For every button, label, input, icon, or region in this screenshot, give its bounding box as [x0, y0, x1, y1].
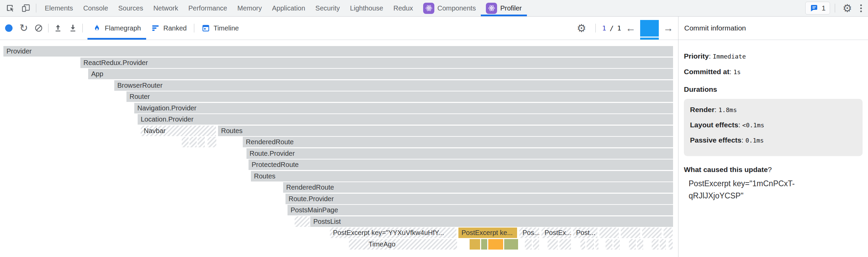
flame-bar-postex[interactable]: PostEx...	[541, 228, 571, 238]
flame-bar[interactable]	[559, 239, 571, 250]
flame-bar-navigation-provider[interactable]: Navigation.Provider	[134, 103, 673, 113]
flame-bar-routes[interactable]: Routes	[218, 126, 673, 136]
flame-bar-post[interactable]: Post...	[573, 228, 597, 238]
flame-bar-timeago[interactable]: TimeAgo	[349, 239, 457, 250]
kebab-menu-icon[interactable]	[857, 2, 865, 15]
flame-bar[interactable]	[621, 228, 640, 238]
tab-profiler[interactable]: Profiler	[481, 0, 527, 16]
flame-bar[interactable]	[587, 239, 594, 250]
clear-profile-icon[interactable]	[31, 21, 46, 36]
tab-network[interactable]: Network	[148, 0, 183, 16]
export-profile-icon[interactable]	[65, 21, 80, 36]
tab-redux[interactable]: Redux	[388, 0, 418, 16]
flame-bar[interactable]	[669, 239, 673, 250]
tab-label: Network	[153, 4, 178, 12]
flame-bar-protectedroute[interactable]: ProtectedRoute	[249, 159, 673, 170]
settings-gear-icon[interactable]: ⚙	[840, 1, 855, 16]
inspect-element-icon[interactable]	[3, 1, 18, 16]
tab-label: Redux	[393, 4, 413, 12]
profiler-settings-gear-icon[interactable]: ⚙	[574, 21, 589, 36]
previous-commit-arrow-icon[interactable]: ←	[626, 23, 636, 33]
commit-info-title: Commit information	[678, 17, 868, 40]
divider	[835, 4, 835, 13]
flame-bar-location-provider[interactable]: Location.Provider	[138, 114, 673, 125]
view-tab-flamegraph[interactable]: Flamegraph	[87, 17, 146, 40]
tab-label: Security	[315, 4, 340, 12]
flamegraph-canvas[interactable]: ProviderReactRedux.ProviderAppBrowserRou…	[0, 40, 678, 257]
flame-bar[interactable]	[525, 239, 532, 250]
committed-at-line: Committed at: 1s	[684, 68, 863, 76]
flame-bar-navbar[interactable]: Navbar	[141, 126, 216, 136]
flame-bar[interactable]	[664, 228, 673, 238]
flame-bar-renderedroute[interactable]: RenderedRoute	[243, 137, 673, 147]
flame-bar-pos[interactable]: Pos...	[519, 228, 539, 238]
flame-bar[interactable]	[470, 239, 480, 250]
tab-security[interactable]: Security	[310, 0, 345, 16]
flame-bar[interactable]	[295, 216, 310, 227]
flame-bar-renderedroute[interactable]: RenderedRoute	[283, 182, 673, 193]
view-tab-label: Flamegraph	[105, 24, 141, 32]
tab-bar-left-controls	[0, 0, 40, 16]
cause-component[interactable]: PostExcerpt key="1mCnPCxT-qRJlJXjoYCSP"	[689, 178, 817, 202]
tab-sources[interactable]: Sources	[113, 0, 148, 16]
flame-bar[interactable]	[208, 137, 216, 147]
view-tab-ranked[interactable]: Ranked	[146, 17, 192, 40]
tab-application[interactable]: Application	[267, 0, 310, 16]
commit-selector-bar[interactable]	[640, 17, 659, 40]
ranked-icon	[151, 24, 160, 33]
react-icon	[423, 3, 434, 14]
flame-bar-app[interactable]: App	[88, 69, 673, 79]
device-toolbar-icon[interactable]	[18, 1, 33, 16]
flame-bar[interactable]	[660, 239, 666, 250]
flame-bar[interactable]	[652, 239, 658, 250]
tab-label: Application	[272, 4, 305, 12]
flame-bar-route-provider[interactable]: Route.Provider	[246, 148, 673, 159]
flame-bar[interactable]	[504, 239, 518, 250]
flame-bar-routes[interactable]: Routes	[251, 171, 673, 181]
flame-bar[interactable]	[481, 239, 487, 250]
flame-bar-route-provider[interactable]: Route.Provider	[285, 194, 673, 204]
issues-counter[interactable]: 1	[805, 2, 830, 15]
timeline-icon	[201, 24, 210, 33]
flame-bar[interactable]	[642, 228, 662, 238]
flame-bar[interactable]	[595, 239, 598, 250]
tab-elements[interactable]: Elements	[40, 0, 78, 16]
flame-bar[interactable]	[606, 239, 612, 250]
flame-bar-postexcerpt-ke[interactable]: PostExcerpt ke...	[458, 228, 517, 238]
duration-value: 1.8ms	[718, 106, 737, 113]
tab-console[interactable]: Console	[78, 0, 113, 16]
flame-bar[interactable]	[533, 239, 539, 250]
flame-bar-browserrouter[interactable]: BrowserRouter	[114, 80, 673, 91]
flame-bar[interactable]	[637, 239, 643, 250]
flame-bar[interactable]	[198, 137, 205, 147]
duration-value: 0.1ms	[745, 137, 764, 144]
flame-bar-postexcerpt-key-yyxuvfkw4uhfy[interactable]: PostExcerpt key="YYXuVfkw4uHfY...	[330, 228, 456, 238]
flame-bar-router[interactable]: Router	[126, 91, 673, 102]
tab-memory[interactable]: Memory	[232, 0, 267, 16]
flame-bar[interactable]	[580, 239, 585, 250]
view-tab-timeline[interactable]: Timeline	[196, 17, 244, 40]
react-icon	[486, 3, 497, 14]
tab-components[interactable]: Components	[418, 0, 481, 16]
import-profile-icon[interactable]	[51, 21, 65, 36]
profiler-panel: ↻	[0, 17, 868, 257]
flame-bar[interactable]	[182, 137, 189, 147]
flame-bar-reactredux-provider[interactable]: ReactRedux.Provider	[80, 58, 673, 68]
tab-lighthouse[interactable]: Lighthouse	[345, 0, 388, 16]
tab-performance[interactable]: Performance	[183, 0, 233, 16]
flame-bar[interactable]	[190, 137, 197, 147]
flame-bar-postslist[interactable]: PostsList	[310, 216, 673, 227]
next-commit-arrow-icon[interactable]: →	[663, 23, 673, 33]
flame-bar[interactable]	[599, 228, 619, 238]
flame-bar[interactable]	[548, 239, 558, 250]
tab-label: Performance	[189, 4, 228, 12]
record-button[interactable]	[1, 21, 16, 36]
chat-bubble-icon	[810, 4, 818, 13]
flame-bar-provider[interactable]: Provider	[3, 46, 673, 57]
flame-bar[interactable]	[629, 239, 636, 250]
flame-bar[interactable]	[614, 239, 620, 250]
view-tab-label: Ranked	[163, 24, 187, 32]
reload-and-profile-icon[interactable]: ↻	[16, 21, 31, 36]
flame-bar[interactable]	[488, 239, 503, 250]
flame-bar-postsmainpage[interactable]: PostsMainPage	[288, 205, 673, 215]
